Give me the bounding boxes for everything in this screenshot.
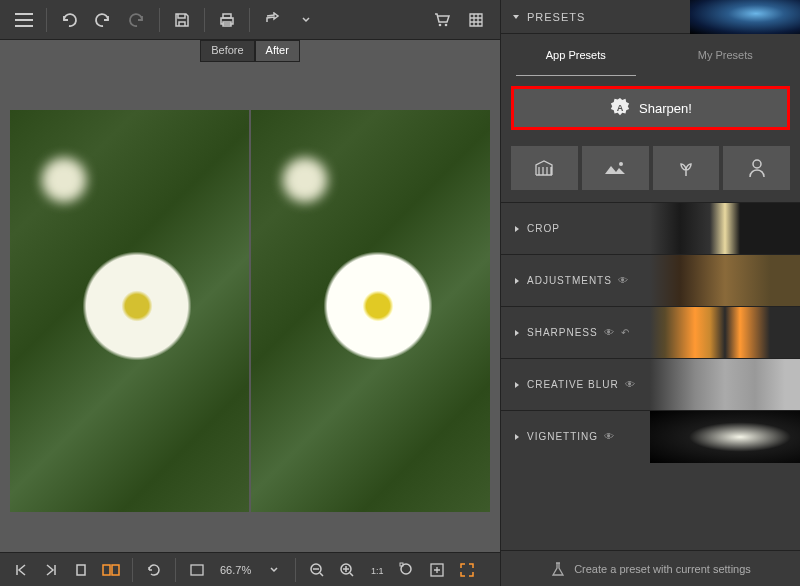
zoom-out-button[interactable] [304,557,330,583]
share-dropdown-icon[interactable] [290,4,322,36]
chevron-right-icon [513,433,521,441]
cart-button[interactable] [426,4,458,36]
auto-badge-icon: A [609,97,631,119]
top-toolbar [0,0,500,40]
zoom-dropdown-icon[interactable] [261,557,287,583]
actual-size-button[interactable]: 1:1 [364,557,390,583]
fit-screen-icon[interactable] [184,557,210,583]
svg-rect-7 [112,565,119,575]
svg-text:1:1: 1:1 [371,566,384,576]
eye-icon: 👁 [618,275,629,286]
add-button[interactable] [424,557,450,583]
eye-icon: 👁 [604,327,615,338]
panel-adjustments[interactable]: ADJUSTMENTS👁 [501,254,800,306]
chevron-right-icon [513,329,521,337]
expand-button[interactable] [454,557,480,583]
reset-icon: ↶ [621,327,630,338]
preset-tabs: App Presets My Presets [501,34,800,76]
panel-thumbnail [650,203,800,255]
svg-rect-13 [400,563,403,566]
after-label[interactable]: After [255,40,300,62]
panel-sharpness[interactable]: SHARPNESS👁↶ [501,306,800,358]
chevron-right-icon [513,381,521,389]
split-view-button[interactable] [98,557,124,583]
panel-thumbnail [650,411,800,463]
svg-point-16 [619,162,623,166]
editor-pane: Before After 66.7% 1:1 [0,0,500,586]
svg-rect-8 [191,565,203,575]
category-landscape[interactable] [582,146,649,190]
share-button[interactable] [256,4,288,36]
panel-thumbnail [650,359,800,411]
svg-rect-5 [77,565,85,575]
grid-button[interactable] [460,4,492,36]
category-architecture[interactable] [511,146,578,190]
create-preset-button[interactable]: Create a preset with current settings [501,550,800,586]
flask-icon [550,561,566,577]
bottom-toolbar: 66.7% 1:1 [0,552,500,586]
category-row [511,146,790,190]
panel-creative-blur[interactable]: CREATIVE BLUR👁 [501,358,800,410]
single-view-button[interactable] [68,557,94,583]
genie-lamp-image [690,0,800,34]
svg-point-3 [439,23,442,26]
presets-header[interactable]: PRESETS [501,0,800,34]
sharpen-button[interactable]: A Sharpen! [511,86,790,130]
before-image[interactable] [10,110,249,512]
svg-rect-6 [103,565,110,575]
sharpen-label: Sharpen! [639,101,692,116]
svg-point-17 [753,160,761,168]
sidebar: PRESETS App Presets My Presets A Sharpen… [500,0,800,586]
zoom-in-button[interactable] [334,557,360,583]
tab-app-presets[interactable]: App Presets [501,34,651,76]
tab-my-presets[interactable]: My Presets [651,34,801,76]
save-button[interactable] [166,4,198,36]
image-area [0,62,500,552]
print-button[interactable] [211,4,243,36]
chevron-right-icon [513,225,521,233]
category-macro[interactable] [653,146,720,190]
chevron-right-icon [513,277,521,285]
svg-point-4 [445,23,448,26]
panel-thumbnail [650,307,800,359]
rotate-button[interactable] [141,557,167,583]
panel-thumbnail [650,255,800,307]
zoom-region-button[interactable] [394,557,420,583]
undo-button[interactable] [53,4,85,36]
prev-image-button[interactable] [8,557,34,583]
collapse-icon [511,12,521,22]
zoom-value: 66.7% [214,564,257,576]
compare-labels: Before After [0,40,500,62]
redo-button[interactable] [87,4,119,36]
svg-text:A: A [617,103,624,113]
after-image[interactable] [251,110,490,512]
presets-title: PRESETS [527,11,585,23]
create-preset-label: Create a preset with current settings [574,563,751,575]
eye-icon: 👁 [604,431,615,442]
panel-list: CROP ADJUSTMENTS👁 SHARPNESS👁↶ CREATIVE B… [501,202,800,550]
next-image-button[interactable] [38,557,64,583]
before-label[interactable]: Before [200,40,254,62]
menu-button[interactable] [8,4,40,36]
panel-vignetting[interactable]: VIGNETTING👁 [501,410,800,462]
category-portrait[interactable] [723,146,790,190]
redo2-button[interactable] [121,4,153,36]
panel-crop[interactable]: CROP [501,202,800,254]
eye-icon: 👁 [625,379,636,390]
